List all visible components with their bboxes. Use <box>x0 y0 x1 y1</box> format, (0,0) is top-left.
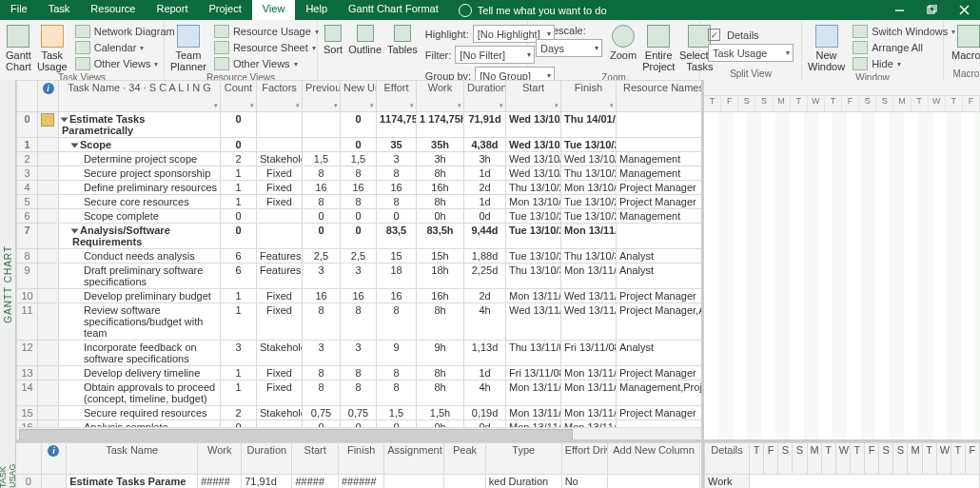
zoom-button[interactable]: Zoom <box>610 22 637 61</box>
window-close[interactable] <box>948 0 980 20</box>
window-restore[interactable] <box>915 0 948 20</box>
task-usage-label: Task Usage <box>37 49 68 72</box>
table-row[interactable]: 6Scope complete00000h0dTue 13/10/2Tue 13… <box>17 209 702 224</box>
bottom-col-header[interactable]: Add New Column <box>608 443 700 475</box>
tab-project[interactable]: Project <box>198 0 251 20</box>
tell-me[interactable]: Tell me what you want to do <box>449 0 617 20</box>
bottom-col-header[interactable]: Assignment Units <box>384 443 444 475</box>
table-row[interactable]: 0Estimate Tasks Parametrically001174,751… <box>17 112 702 138</box>
table-row[interactable]: 4Define preliminary resources1Fixed16161… <box>17 181 702 195</box>
tab-report[interactable]: Report <box>146 0 198 20</box>
col-header[interactable]: Finish▾ <box>561 81 617 112</box>
tables-button[interactable]: Tables <box>387 22 418 55</box>
tab-file[interactable]: File <box>0 0 38 20</box>
filter-combo[interactable]: [No Filter] <box>455 46 535 64</box>
table-row[interactable]: 8Conduct needs analysis6Features2,52,515… <box>17 249 702 264</box>
bottom-col-header[interactable]: Type <box>485 443 561 475</box>
table-row[interactable]: 3Secure project sponsorship1Fixed8888h1d… <box>17 166 702 181</box>
bottom-side-tab[interactable]: TASK USAG <box>0 442 16 488</box>
col-header[interactable]: Count▾ <box>221 81 257 112</box>
bottom-col-header[interactable]: Task Name <box>67 443 198 475</box>
col-header[interactable]: Duration▾ <box>464 81 506 112</box>
new-window-button[interactable]: New Window <box>808 22 845 72</box>
svg-rect-1 <box>928 7 934 13</box>
col-header[interactable]: Previous Unit Effort▾ <box>303 81 341 112</box>
bottom-col-header[interactable]: Finish <box>338 443 383 475</box>
tab-gantt-format[interactable]: Gantt Chart Format <box>338 0 449 20</box>
table-row[interactable]: 9Draft preliminary software specificatio… <box>17 264 702 289</box>
bottom-col-header[interactable]: Start <box>292 443 338 475</box>
bottom-col-header[interactable]: Effort Driven <box>561 443 607 475</box>
col-header[interactable]: New Unit Effort▾ <box>341 81 377 112</box>
view-side-tab[interactable]: GANTT CHART <box>0 80 16 488</box>
gantt-timeline-pane[interactable]: TFSSMTWTFSSMTWTF <box>701 80 980 488</box>
col-header[interactable] <box>17 81 38 112</box>
tab-task[interactable]: Task <box>38 0 81 20</box>
sort-button[interactable]: Sort <box>323 22 343 55</box>
table-row[interactable]: 10Develop preliminary budget1Fixed161616… <box>17 289 702 303</box>
gantt-chart-button[interactable]: Gantt Chart <box>6 22 31 72</box>
arrange-all-item[interactable]: Arrange All <box>851 40 957 55</box>
bottom-col-header[interactable]: Work <box>198 443 242 475</box>
svg-rect-2 <box>930 5 936 11</box>
col-header[interactable]: i <box>38 81 59 112</box>
timescale-combo[interactable]: Days <box>536 39 602 57</box>
switch-windows-item[interactable]: Switch Windows▾ <box>851 24 957 39</box>
table-row[interactable]: 7Analysis/Software Requirements00083,583… <box>17 224 702 249</box>
menubar: File Task Resource Report Project View H… <box>0 0 980 20</box>
task-usage-pane[interactable]: TASK USAG iTask NameWorkDurationStartFin… <box>15 439 980 488</box>
macros-button[interactable]: Macros <box>950 22 980 61</box>
hide-item[interactable]: Hide▾ <box>851 56 957 71</box>
group-label-splitview: Split View <box>706 68 795 80</box>
group-label-macros: Macros <box>950 68 980 80</box>
task-grid[interactable]: iTask Name · 34 · S C A L I N G▾Count▾Fa… <box>16 80 701 488</box>
tab-view[interactable]: View <box>252 0 296 20</box>
tab-resource[interactable]: Resource <box>80 0 146 20</box>
ribbon: Gantt Chart Task Usage Network Diagram▾ … <box>0 20 980 81</box>
task-usage-button[interactable]: Task Usage <box>37 22 68 72</box>
gantt-chart-label: Gantt Chart <box>6 49 31 72</box>
bottom-col-header[interactable] <box>16 443 42 475</box>
entire-project-button[interactable]: Entire Project <box>642 22 675 72</box>
table-row[interactable]: 1Scope003535h4,38dWed 13/10/Tue 13/10/2 <box>17 138 702 152</box>
bottom-col-header[interactable]: Duration <box>242 443 292 475</box>
details-combo[interactable]: Task Usage <box>708 44 794 62</box>
bulb-icon <box>459 4 472 17</box>
bottom-col-header[interactable]: Peak <box>444 443 486 475</box>
other-views-res-item[interactable]: Other Views▾ <box>212 56 321 71</box>
col-header[interactable]: Effort▾ <box>377 81 417 112</box>
col-header[interactable]: Factors▾ <box>257 81 303 112</box>
bottom-work-label: Work <box>705 475 750 489</box>
col-header[interactable]: Start▾ <box>506 81 561 112</box>
col-header[interactable]: Resource Names▾ <box>617 81 702 112</box>
table-row[interactable]: 11Review software specifications/budget … <box>17 303 702 341</box>
table-row[interactable]: 12Incorporate feedback on software speci… <box>17 341 702 366</box>
col-header[interactable]: Task Name · 34 · S C A L I N G▾ <box>59 81 221 112</box>
bottom-col-header[interactable]: i <box>41 443 67 475</box>
table-row[interactable]: 14Obtain approvals to proceed (concept, … <box>17 381 702 406</box>
team-planner-label: Team Planner <box>170 49 206 72</box>
table-row[interactable]: 15Secure required resources2Stakeholo0,7… <box>17 406 702 420</box>
table-row[interactable]: 5Secure core resources1Fixed8888h1dMon 1… <box>17 195 702 209</box>
outline-button[interactable]: Outline <box>348 22 382 55</box>
tab-help[interactable]: Help <box>295 0 338 20</box>
details-check[interactable]: ✓Details <box>706 28 795 42</box>
table-row[interactable]: 2Determine project scope2Stakeholo1,51,5… <box>17 152 702 166</box>
resource-sheet-item[interactable]: Resource Sheet▾ <box>212 40 321 55</box>
window-minimize[interactable] <box>883 0 915 20</box>
tell-me-text: Tell me what you want to do <box>478 5 607 16</box>
info-icon: i <box>43 83 54 94</box>
table-row[interactable]: 13Develop delivery timeline1Fixed8888h1d… <box>17 366 702 381</box>
resource-usage-item[interactable]: Resource Usage▾ <box>212 24 321 39</box>
col-header[interactable]: Work▾ <box>417 81 464 112</box>
team-planner-button[interactable]: Team Planner <box>170 22 206 72</box>
